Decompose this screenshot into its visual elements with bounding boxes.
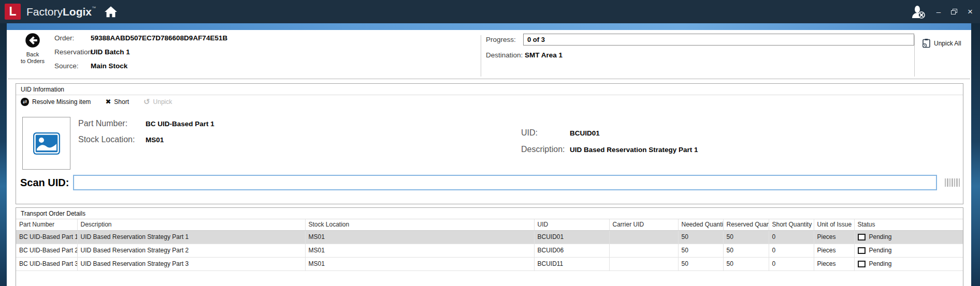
col-description[interactable]: Description [77,219,305,230]
cell-needed-quantity[interactable]: 50 [678,230,723,244]
transport-order-table: Part Number Description Stock Location U… [16,219,963,271]
cell-uid[interactable]: BCUID01 [534,230,609,244]
reservation-value: UID Batch 1 [91,48,227,56]
status-checkbox[interactable] [858,234,866,240]
description-value: UID Based Reservation Strategy Part 1 [570,146,698,154]
table-header-row: Part Number Description Stock Location U… [16,219,963,230]
cell-description[interactable]: UID Based Reservation Strategy Part 2 [77,244,305,257]
uid-toolbar: ⇄ Resolve Missing item ✖ Short ↺ Unpick [16,95,963,108]
unpick-all-button[interactable]: Unpick All [922,38,961,48]
cell-stock-location[interactable]: MS01 [305,244,534,257]
stock-location-value: MS01 [146,136,214,144]
resolve-missing-item-button[interactable]: ⇄ Resolve Missing item [21,98,91,106]
divider [8,79,970,79]
cell-unit-of-issue[interactable]: Pieces [814,230,854,244]
col-status[interactable]: Status [854,219,963,230]
cell-status[interactable]: Pending [854,244,963,257]
cell-needed-quantity[interactable]: 50 [678,244,723,257]
user-logout-icon[interactable] [911,5,926,19]
cell-description[interactable]: UID Based Reservation Strategy Part 3 [77,257,305,270]
cell-status[interactable]: Pending [854,257,963,270]
cell-needed-quantity[interactable]: 50 [678,257,723,270]
col-stock-location[interactable]: Stock Location [305,219,534,230]
close-button[interactable]: × [968,8,973,16]
progress-row: Progress: 0 of 3 [486,34,914,46]
cell-carrier-uid[interactable] [609,230,678,244]
resolve-swap-icon: ⇄ [21,98,29,106]
table-row[interactable]: BC UID-Based Part 2 UID Based Reservatio… [16,244,963,257]
part-number-label: Part Number: [78,119,146,128]
clipboard-undo-icon [922,38,931,48]
cell-unit-of-issue[interactable]: Pieces [814,244,854,257]
uid-fields: UID: BCUID01 Description: UID Based Rese… [521,128,698,154]
app-window: L FactoryLogix™ – × [0,0,980,286]
col-carrier-uid[interactable]: Carrier UID [609,219,678,230]
status-label: Pending [869,247,892,254]
window-frame-right [971,23,980,286]
col-part-number[interactable]: Part Number [16,219,77,230]
back-button-label-line2: to Orders [16,58,49,65]
col-needed-quantity[interactable]: Needed Quantity [678,219,723,230]
part-number-value: BC UID-Based Part 1 [146,120,214,128]
order-fields: Order: 59388AABD507EC7D786608D9AF74E51B … [54,34,227,70]
back-to-orders-button[interactable]: Back to Orders [16,33,49,65]
restore-button[interactable] [951,9,957,14]
title-bar: L FactoryLogix™ – × [0,0,980,23]
progress-label: Progress: [486,36,523,43]
cell-stock-location[interactable]: MS01 [305,257,534,270]
stock-location-label: Stock Location: [78,135,146,144]
brand-logix: Logix [63,6,92,18]
cell-carrier-uid[interactable] [609,257,678,270]
cell-description[interactable]: UID Based Reservation Strategy Part 1 [77,230,305,244]
brand-name: FactoryLogix™ [26,6,96,18]
order-value: 59388AABD507EC7D786608D9AF74E51B [91,34,227,42]
col-unit-of-issue[interactable]: Unit of Issue [814,219,854,230]
logo-letter: L [9,5,16,19]
accent-strip [7,23,971,30]
status-label: Pending [869,260,892,267]
cell-carrier-uid[interactable] [609,244,678,257]
cell-uid[interactable]: BCUID06 [534,244,609,257]
unpick-undo-icon: ↺ [143,98,150,106]
uid-section-title: UID Information [16,84,963,95]
unpick-all-label: Unpick All [934,40,961,47]
uid-label: UID: [521,128,570,138]
transport-order-details-section: Transport Order Details Part Number Desc… [16,207,963,286]
cell-stock-location[interactable]: MS01 [305,230,534,244]
col-uid[interactable]: UID [534,219,609,230]
resolve-missing-item-label: Resolve Missing item [32,98,91,106]
col-reserved-quantity[interactable]: Reserved Quantity [723,219,769,230]
scan-uid-input[interactable] [73,175,937,190]
uid-information-section: UID Information ⇄ Resolve Missing item ✖… [16,83,963,204]
status-checkbox[interactable] [858,261,866,267]
barcode-icon [945,178,960,187]
unpick-button[interactable]: ↺ Unpick [143,98,172,106]
cell-status[interactable]: Pending [854,230,963,244]
part-image-placeholder [22,117,70,170]
scan-uid-row: Scan UID: [16,175,963,190]
destination-row: Destination: SMT Area 1 [486,51,563,59]
reservation-label: Reservation: [54,48,91,56]
cell-reserved-quantity[interactable]: 50 [723,230,769,244]
cell-short-quantity[interactable]: 0 [769,257,814,270]
part-fields: Part Number: BC UID-Based Part 1 Stock L… [78,119,214,144]
transport-section-title: Transport Order Details [16,208,963,219]
table-row[interactable]: BC UID-Based Part 1 UID Based Reservatio… [16,230,963,244]
col-short-quantity[interactable]: Short Quantity [769,219,814,230]
home-icon[interactable] [104,6,118,18]
cell-short-quantity[interactable]: 0 [769,230,814,244]
back-arrow-icon [25,33,40,48]
cell-part-number[interactable]: BC UID-Based Part 3 [16,257,77,270]
trademark-symbol: ™ [92,6,96,10]
minimize-button[interactable]: – [936,8,941,16]
cell-reserved-quantity[interactable]: 50 [723,244,769,257]
cell-short-quantity[interactable]: 0 [769,244,814,257]
cell-reserved-quantity[interactable]: 50 [723,257,769,270]
short-button[interactable]: ✖ Short [105,98,129,106]
status-checkbox[interactable] [858,247,866,254]
table-row[interactable]: BC UID-Based Part 3 UID Based Reservatio… [16,257,963,270]
cell-unit-of-issue[interactable]: Pieces [814,257,854,270]
cell-part-number[interactable]: BC UID-Based Part 2 [16,244,77,257]
cell-part-number[interactable]: BC UID-Based Part 1 [16,230,77,244]
cell-uid[interactable]: BCUID11 [534,257,609,270]
